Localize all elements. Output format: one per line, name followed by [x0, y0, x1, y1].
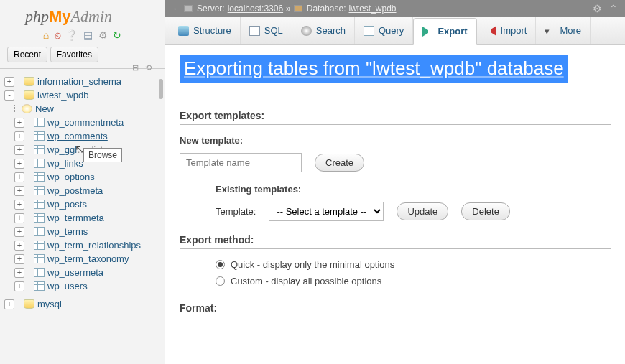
expand-icon[interactable]: + — [14, 186, 24, 196]
table-label[interactable]: wp_term_relationships — [47, 240, 141, 251]
radio-icon[interactable] — [216, 260, 225, 269]
gear-icon[interactable]: ⚙ — [593, 3, 602, 14]
tab-label: Import — [501, 25, 527, 36]
db-node-lwtest-wpdb[interactable]: - lwtest_wpdb — [4, 88, 165, 102]
table-label[interactable]: wp_terms — [47, 226, 88, 237]
expand-icon[interactable]: + — [4, 299, 14, 309]
expand-icon[interactable]: + — [14, 131, 24, 141]
update-button[interactable]: Update — [397, 202, 448, 220]
table-label[interactable]: wp_term_taxonomy — [47, 253, 129, 264]
section-format: Format: — [180, 302, 611, 317]
table-icon — [34, 186, 45, 195]
expand-icon[interactable]: + — [14, 227, 24, 237]
database-value[interactable]: lwtest_wpdb — [348, 4, 396, 14]
tab-export[interactable]: Export — [413, 18, 476, 45]
template-name-input[interactable] — [180, 153, 302, 172]
expand-icon[interactable]: + — [14, 145, 24, 155]
table-label[interactable]: wp_users — [47, 281, 88, 291]
expand-icon[interactable]: + — [14, 281, 24, 291]
sidebar-scrollbar[interactable] — [159, 79, 163, 99]
expand-icon[interactable]: + — [14, 268, 24, 278]
sql-icon — [249, 26, 260, 36]
nav-back-icon[interactable]: ← — [172, 4, 181, 14]
home-icon[interactable]: ⌂ — [43, 29, 49, 41]
table-label[interactable]: wp_commentmeta — [47, 117, 124, 128]
logo-php: php — [25, 7, 49, 25]
collapse-icon[interactable]: ⌃ — [609, 3, 618, 14]
table-label[interactable]: wp_postmeta — [47, 185, 103, 196]
table-icon — [34, 227, 45, 236]
server-value[interactable]: localhost:3306 — [228, 4, 283, 14]
sql-icon[interactable]: ▤ — [83, 29, 93, 41]
radio-label: Custom - display all possible options — [231, 276, 381, 286]
database-icon — [24, 90, 34, 100]
expand-icon[interactable]: + — [4, 77, 14, 87]
tab-more[interactable]: More — [536, 17, 591, 44]
radio-icon[interactable] — [216, 276, 225, 286]
db-node-mysql[interactable]: + mysql — [4, 297, 165, 311]
radio-custom[interactable]: Custom - display all possible options — [216, 276, 611, 286]
collapse-icon[interactable]: - — [4, 90, 14, 101]
table-node[interactable]: + wp_usermeta — [4, 266, 165, 279]
delete-button[interactable]: Delete — [461, 202, 510, 220]
db-node-information-schema[interactable]: + information_schema — [4, 75, 165, 88]
db-label[interactable]: information_schema — [37, 76, 121, 87]
new-table-node[interactable]: New — [4, 102, 165, 116]
settings-icon[interactable]: ⚙ — [98, 29, 108, 41]
table-label[interactable]: wp_options — [47, 172, 95, 182]
create-button[interactable]: Create — [315, 154, 364, 172]
expand-icon[interactable]: + — [14, 200, 24, 210]
exit-icon[interactable]: ⎋ — [55, 29, 60, 41]
table-node[interactable]: + wp_postmeta — [4, 184, 165, 197]
expand-icon[interactable]: + — [14, 159, 24, 169]
table-icon — [34, 254, 45, 263]
docs-icon[interactable]: ❔ — [65, 29, 78, 41]
template-select[interactable]: -- Select a template -- — [269, 202, 384, 221]
table-node[interactable]: + wp_terms — [4, 225, 165, 238]
table-label[interactable]: wp_links — [47, 158, 83, 169]
table-label[interactable]: wp_posts — [47, 199, 87, 210]
search-icon — [301, 26, 312, 36]
database-label: Database: — [307, 4, 346, 14]
label-existing-templates: Existing templates: — [216, 184, 611, 195]
section-export-method: Export method: — [180, 234, 611, 249]
table-label[interactable]: wp_usermeta — [47, 267, 103, 278]
tab-import[interactable]: Import — [477, 17, 537, 44]
table-node[interactable]: + wp_commentmeta — [4, 116, 165, 129]
logo[interactable]: phpMyAdmin — [0, 0, 165, 27]
table-node[interactable]: + wp_term_relationships — [4, 238, 165, 252]
tab-query[interactable]: Query — [355, 17, 413, 44]
expand-icon[interactable]: + — [14, 213, 24, 223]
content: Exporting tables from "lwtest_wpdb" data… — [165, 45, 625, 360]
table-icon — [34, 200, 45, 209]
expand-icon[interactable]: + — [14, 118, 24, 128]
table-icon — [34, 159, 45, 168]
table-icon — [34, 172, 45, 182]
db-label[interactable]: lwtest_wpdb — [37, 90, 89, 101]
table-node[interactable]: + wp_users — [4, 279, 165, 293]
table-node[interactable]: + wp_posts — [4, 197, 165, 211]
reload-icon[interactable]: ↻ — [113, 29, 121, 41]
section-export-templates: Export templates: — [180, 110, 611, 125]
table-icon — [34, 131, 45, 141]
recent-button[interactable]: Recent — [7, 47, 47, 62]
expand-icon[interactable]: + — [14, 241, 24, 251]
table-label[interactable]: wp_termmeta — [47, 213, 104, 223]
label-template: Template: — [216, 206, 256, 217]
tab-structure[interactable]: Structure — [170, 17, 241, 44]
chevron-down-icon — [545, 26, 555, 36]
favorites-button[interactable]: Favorites — [50, 47, 98, 62]
radio-quick[interactable]: Quick - display only the minimal options — [216, 259, 611, 270]
table-node-wp-comments[interactable]: + wp_comments — [4, 129, 165, 143]
tab-sql[interactable]: SQL — [241, 17, 292, 44]
table-node[interactable]: + wp_options — [4, 170, 165, 184]
table-label[interactable]: wp_comments — [47, 131, 108, 141]
expand-icon[interactable]: + — [14, 172, 24, 182]
table-node[interactable]: + wp_term_taxonomy — [4, 252, 165, 266]
radio-label: Quick - display only the minimal options — [231, 259, 394, 270]
tab-search[interactable]: Search — [292, 17, 355, 44]
db-label[interactable]: mysql — [37, 299, 62, 309]
expand-icon[interactable]: + — [14, 254, 24, 264]
new-label[interactable]: New — [35, 103, 54, 114]
table-node[interactable]: + wp_termmeta — [4, 211, 165, 225]
